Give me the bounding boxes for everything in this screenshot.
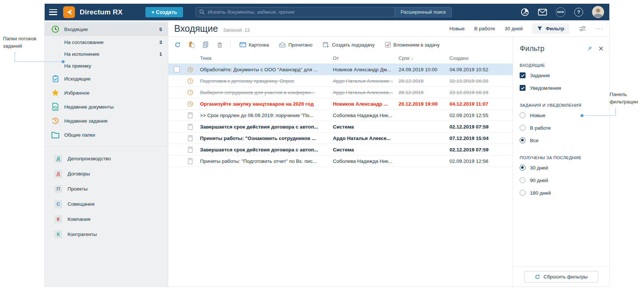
sidebar-item-inbox[interactable]: Входящие 5 <box>45 22 168 36</box>
table-row[interactable]: Организуйте закупку канцтоваров на 2020 … <box>168 98 513 110</box>
radio-selected-icon[interactable] <box>520 165 526 171</box>
task-clock-icon <box>183 78 197 84</box>
copy-icon[interactable] <box>200 40 211 50</box>
checkbox-checked-icon[interactable] <box>520 85 526 91</box>
filter-panel-title: Фильтр <box>520 44 544 53</box>
card-icon <box>240 42 246 47</box>
sidebar-item-for-execution[interactable]: На исполнение 1 <box>45 48 168 60</box>
card-button[interactable]: Карточка <box>236 40 272 49</box>
sidebar-folder-meetings[interactable]: С Совещания <box>45 196 168 212</box>
pin-icon[interactable] <box>586 45 593 52</box>
recent-documents-icon <box>51 103 59 111</box>
sidebar-item-shared-folders[interactable]: Общие папки <box>45 128 168 142</box>
user-avatar[interactable] <box>592 6 604 18</box>
delete-icon[interactable] <box>214 40 225 50</box>
table-row[interactable]: Приняты работы: "Подготовить отчет" по В… <box>168 155 513 167</box>
table-row[interactable]: Подготовка к детскому празднику. Опрос А… <box>168 75 513 87</box>
refresh-icon[interactable] <box>172 40 183 50</box>
table-row[interactable]: Приняты работы: "Ознакомить сотрудников … <box>168 133 513 144</box>
refresh-icon <box>535 274 540 280</box>
paste-icon[interactable] <box>186 40 197 50</box>
filter-radio-new[interactable]: Новые <box>513 109 609 121</box>
column-theme[interactable]: Тема <box>197 55 330 61</box>
table-row[interactable]: >> Срок продлен до 06.09.2019: поручение… <box>168 110 513 121</box>
sidebar-item-recent-tasks[interactable]: Недавние задания <box>45 114 168 128</box>
task-clock-icon <box>183 101 197 107</box>
advanced-search-button[interactable]: Расширенный поиск <box>395 7 451 17</box>
app-title: Directum RX <box>80 8 123 16</box>
row-checkbox[interactable] <box>174 66 180 72</box>
table-row[interactable]: Завершается срок действия договора с авт… <box>168 144 513 155</box>
star-icon <box>51 89 59 97</box>
annotation-filter-panel: Панель фильтрации <box>610 91 638 106</box>
sidebar-folder-projects[interactable]: П Проекты <box>45 181 168 196</box>
filter-checkbox-notifications[interactable]: Уведомления <box>513 82 609 94</box>
notice-document-icon <box>183 112 197 119</box>
radio-selected-icon[interactable] <box>520 137 526 143</box>
sidebar-item-outbox[interactable]: Исходящие <box>45 72 168 86</box>
sidebar-item-favorites[interactable]: Избранное <box>45 86 168 100</box>
filter-checkbox-tasks[interactable]: Задания <box>513 69 609 82</box>
notice-document-icon <box>183 124 197 130</box>
filter-radio-all[interactable]: Все <box>513 134 609 147</box>
column-from[interactable]: От <box>330 55 396 61</box>
sidebar-folder-clerical[interactable]: Д Делопроизводство <box>45 151 168 166</box>
checkbox-check-icon <box>385 42 391 48</box>
quick-filter-new[interactable]: Новые <box>449 26 465 31</box>
whats-new-icon[interactable]: NEW <box>556 7 565 17</box>
sidebar-item-for-approval[interactable]: На согласование 3 <box>45 36 168 48</box>
sidebar-folder-company[interactable]: К Компания <box>45 212 168 227</box>
filter-section-incoming: ВХОДЯЩИЕ <box>513 54 609 69</box>
search-input[interactable] <box>205 9 395 15</box>
filter-section-period: ПОЛУЧЕНЫ ЗА ПОСЛЕДНИЕ <box>513 147 609 161</box>
inbox-clock-icon <box>51 25 59 33</box>
more-actions-icon[interactable]: ... <box>596 25 603 31</box>
filter-radio-90days[interactable]: 90 дней <box>513 174 609 186</box>
sidebar-folder-counterparties[interactable]: К Контрагенты <box>45 227 168 242</box>
create-button[interactable]: + Создать <box>145 7 183 17</box>
table-row[interactable]: Обработайте: Документы с ООО "Авангард" … <box>168 64 513 75</box>
table-row[interactable]: Выберите сотрудников для участия в конфе… <box>168 87 513 98</box>
mail-icon[interactable] <box>538 9 547 16</box>
table-row[interactable]: Завершается срок действия договора с авт… <box>168 121 513 133</box>
sidebar-divider <box>45 146 168 147</box>
reset-filters-button[interactable]: Сбросить фильтры <box>524 271 599 283</box>
folder-letter-icon: П <box>54 185 62 193</box>
filter-radio-180days[interactable]: 180 дней <box>513 186 609 199</box>
list-area: Карточка Прочитано Создать подзадачу Вло… <box>168 37 513 287</box>
close-icon[interactable] <box>599 46 603 51</box>
performance-stats-icon[interactable] <box>521 8 529 16</box>
filter-radio-30days[interactable]: 30 дней <box>513 161 609 174</box>
help-icon[interactable]: ? <box>574 8 583 17</box>
radio-icon[interactable] <box>520 112 526 118</box>
radio-icon[interactable] <box>520 125 526 131</box>
search-bar[interactable]: Расширенный поиск <box>196 7 452 17</box>
filter-radio-inwork[interactable]: В работе <box>513 121 609 134</box>
task-clock-icon <box>183 66 197 73</box>
mark-read-button[interactable]: Прочитано <box>275 40 316 49</box>
app-window: Directum RX + Создать Расширенный поиск … <box>44 4 610 287</box>
notice-document-icon <box>183 158 197 164</box>
filter-button[interactable]: Фильтр <box>532 23 569 34</box>
attach-to-task-button[interactable]: Вложением в задачу <box>381 40 443 49</box>
view-settings-icon[interactable] <box>579 25 586 32</box>
sort-desc-icon: ↓ <box>411 56 413 61</box>
column-due[interactable]: Срок↓ <box>396 55 447 61</box>
task-clock-icon <box>183 89 197 96</box>
sidebar-folder-contracts[interactable]: Д Договоры <box>45 166 168 181</box>
sidebar-item-recent-documents[interactable]: Недавние документы <box>45 100 168 114</box>
folder-letter-icon: К <box>54 215 62 223</box>
sidebar-item-for-acceptance[interactable]: На приемку <box>45 60 168 72</box>
notice-document-icon <box>183 135 197 141</box>
quick-filter-30days[interactable]: 30 дней <box>504 26 523 31</box>
radio-icon[interactable] <box>520 190 526 196</box>
create-subtask-button[interactable]: Создать подзадачу <box>319 40 378 50</box>
radio-icon[interactable] <box>520 177 526 183</box>
column-created[interactable]: Создано <box>447 55 509 61</box>
hamburger-menu-icon[interactable] <box>49 9 57 15</box>
quick-filter-inwork[interactable]: В работе <box>474 26 495 31</box>
annotation-task-flow-folders: Папки потоков заданий <box>3 35 37 50</box>
checkbox-checked-icon[interactable] <box>520 72 526 78</box>
funnel-icon <box>537 26 543 31</box>
folder-letter-icon: Д <box>54 170 62 178</box>
